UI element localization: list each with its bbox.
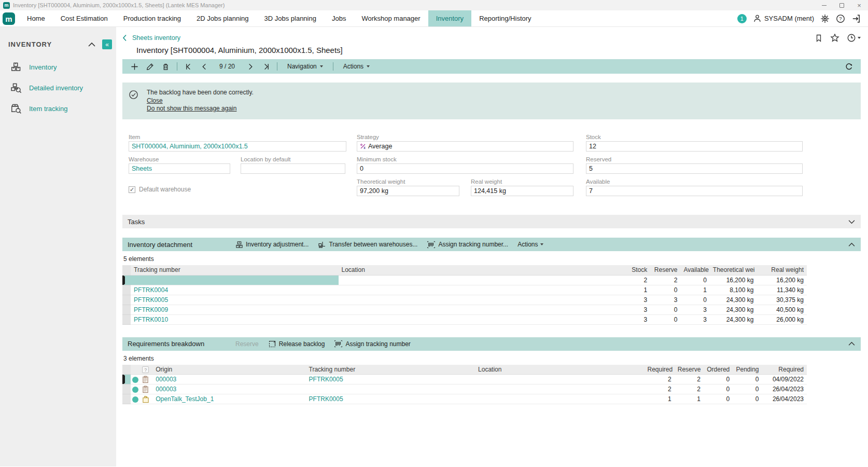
sidebar-section-chevron-up-icon[interactable]: [88, 42, 96, 47]
column-header-location[interactable]: Location: [339, 265, 620, 275]
detachment-collapse-chevron-icon[interactable]: [848, 242, 856, 247]
user-menu[interactable]: SYSADM (ment): [753, 14, 814, 23]
column-header-stock[interactable]: Stock: [620, 265, 650, 275]
requirement-row[interactable]: OpenTalk_TestJob_1PFTRK0005110026/04/202…: [122, 394, 807, 404]
strategy-field[interactable]: Average: [357, 141, 573, 152]
maximize-button[interactable]: [833, 0, 850, 10]
close-button[interactable]: ×: [850, 0, 868, 10]
tracking-number-link[interactable]: PFTRK0005: [309, 395, 343, 403]
tracking-number-link[interactable]: PFTRK0004: [134, 286, 168, 294]
row-selector-cell[interactable]: [122, 285, 131, 295]
add-button[interactable]: [128, 60, 141, 73]
menu-item-production-tracking[interactable]: Production tracking: [116, 10, 189, 26]
sidebar-item-inventory[interactable]: Inventory: [0, 57, 116, 77]
menu-item-workshop-manager[interactable]: Workshop manager: [354, 10, 428, 26]
column-header-reserve[interactable]: Reserve: [650, 265, 680, 275]
row-selector-cell[interactable]: [122, 384, 131, 394]
sidebar-item-item-tracking[interactable]: Item tracking: [0, 98, 116, 119]
transfer-warehouses-button[interactable]: Transfer between warehouses...: [318, 240, 417, 249]
favorite-star-icon[interactable]: [830, 33, 839, 43]
logout-icon[interactable]: [851, 14, 861, 23]
refresh-button[interactable]: [842, 60, 856, 73]
item-field[interactable]: SHT000004, Aluminium, 2000x1000x1.5: [129, 141, 346, 152]
notification-badge[interactable]: 1: [737, 14, 747, 23]
location-by-default-field[interactable]: [241, 163, 345, 174]
column-header-required-3[interactable]: Required: [645, 365, 675, 375]
warehouse-field[interactable]: Sheets: [129, 163, 230, 174]
row-selector-cell[interactable]: [122, 375, 131, 384]
menu-item-3d-jobs-planning[interactable]: 3D Jobs planning: [256, 10, 324, 26]
release-backlog-button[interactable]: Release backlog: [268, 340, 325, 348]
reserved-field[interactable]: 5: [586, 163, 803, 174]
available-field[interactable]: 7: [586, 186, 803, 196]
actions-menu-button[interactable]: Actions: [338, 63, 375, 70]
banner-dont-show-link[interactable]: Do not show this message again: [147, 105, 254, 112]
edit-pencil-button[interactable]: [143, 60, 157, 73]
menu-item-jobs[interactable]: Jobs: [324, 10, 354, 26]
default-warehouse-checkbox[interactable]: ✓ Default warehouse: [129, 186, 357, 193]
reserve-button[interactable]: Reserve: [235, 340, 259, 348]
requirement-row[interactable]: 000003220026/04/2023: [122, 384, 807, 394]
settings-gear-icon[interactable]: [820, 14, 830, 23]
menu-item-2d-jobs-planning[interactable]: 2D Jobs planning: [189, 10, 256, 26]
help-icon[interactable]: ?: [836, 14, 845, 23]
detachment-row[interactable]: 22016,200 kg16,200 kg: [122, 275, 807, 285]
first-record-button[interactable]: [182, 60, 195, 73]
menu-item-cost-estimation[interactable]: Cost Estimation: [53, 10, 116, 26]
previous-record-button[interactable]: [198, 60, 211, 73]
sidebar-collapse-button[interactable]: «: [102, 39, 112, 49]
menu-item-home[interactable]: Home: [19, 10, 53, 26]
tasks-expand-chevron-icon[interactable]: [848, 219, 856, 224]
tracking-number-link[interactable]: PFTRK0005: [134, 296, 168, 304]
detachment-row[interactable]: PFTRK000533024,300 kg30,375 kg: [122, 295, 807, 305]
column-header-available[interactable]: Available: [680, 265, 709, 275]
column-header-required-7[interactable]: Required: [762, 365, 807, 375]
detachment-row[interactable]: PFTRK000930324,300 kg40,500 kg: [122, 305, 807, 314]
navigation-menu-button[interactable]: Navigation: [282, 63, 328, 70]
real-weight-field[interactable]: 124,415 kg: [471, 186, 573, 196]
column-header-pending-6[interactable]: Pending: [733, 365, 762, 375]
row-selector-cell[interactable]: [122, 394, 131, 404]
tracking-number-link[interactable]: PFTRK0010: [134, 316, 168, 323]
minimize-button[interactable]: [815, 0, 833, 10]
menu-item-inventory[interactable]: Inventory: [428, 10, 471, 26]
row-selector-cell[interactable]: [122, 295, 131, 305]
menu-item-reporting-history[interactable]: Reporting/History: [471, 10, 539, 26]
column-header-ordered-5[interactable]: Ordered: [704, 365, 733, 375]
column-header-theoretical-wei[interactable]: Theoretical wei: [710, 265, 757, 275]
delete-trash-button[interactable]: [159, 60, 172, 73]
brand-logo[interactable]: m: [3, 12, 15, 25]
row-selector-cell[interactable]: [122, 314, 131, 324]
theoretical-weight-field[interactable]: 97,200 kg: [357, 186, 459, 196]
minimum-stock-field[interactable]: 0: [357, 163, 573, 174]
sidebar-item-detailed-inventory[interactable]: Detailed inventory: [0, 77, 116, 98]
banner-close-link[interactable]: Close: [147, 97, 254, 104]
detachment-row[interactable]: PFTRK00041018,100 kg11,340 kg: [122, 285, 807, 295]
row-selector-cell[interactable]: [122, 305, 131, 314]
column-header-location[interactable]: Location: [475, 365, 644, 375]
column-header-reserve-4[interactable]: Reserve: [675, 365, 704, 375]
detachment-row[interactable]: PFTRK001030324,300 kg26,000 kg: [122, 314, 807, 324]
origin-link[interactable]: OpenTalk_TestJob_1: [156, 395, 214, 403]
breadcrumb[interactable]: Sheets inventory: [122, 34, 180, 42]
history-clock-icon[interactable]: [847, 33, 861, 43]
bookmark-icon[interactable]: [815, 34, 823, 43]
column-header-origin[interactable]: Origin: [152, 365, 305, 375]
stock-field[interactable]: 12: [586, 141, 803, 152]
row-selector-cell[interactable]: [122, 275, 131, 285]
next-record-button[interactable]: [243, 60, 257, 73]
tracking-number-link[interactable]: PFTRK0005: [309, 376, 343, 383]
assign-tracking-button[interactable]: Assign tracking number...: [427, 241, 508, 249]
requirement-row[interactable]: 000003PFTRK0005220004/09/2022: [122, 375, 807, 384]
assign-tracking-number-button[interactable]: Assign tracking number: [334, 340, 410, 348]
column-header-tracking-number[interactable]: Tracking number: [306, 365, 475, 375]
requirements-collapse-chevron-icon[interactable]: [848, 341, 856, 346]
detachment-actions-button[interactable]: Actions: [517, 241, 543, 248]
origin-link[interactable]: 000003: [156, 386, 176, 393]
column-header-tracking-number[interactable]: Tracking number: [131, 265, 338, 275]
inventory-adjustment-button[interactable]: Inventory adjustment...: [235, 241, 309, 249]
column-header-real-weight[interactable]: Real weight: [757, 265, 807, 275]
last-record-button[interactable]: [259, 60, 272, 73]
tasks-section-header[interactable]: Tasks: [122, 215, 861, 228]
origin-link[interactable]: 000003: [156, 376, 176, 383]
